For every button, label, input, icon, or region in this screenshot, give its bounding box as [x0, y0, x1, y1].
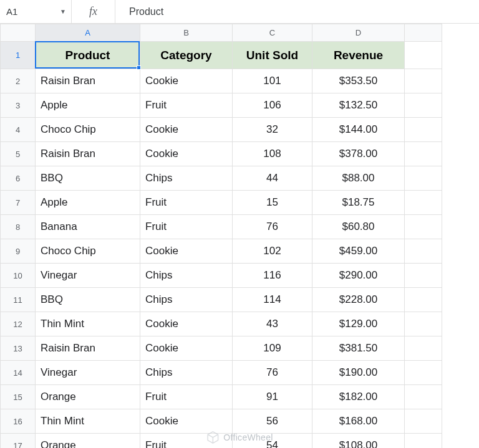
cell[interactable]: $190.00 — [312, 361, 405, 385]
cell[interactable]: 101 — [233, 69, 312, 93]
row-header[interactable]: 4 — [1, 118, 36, 142]
cell[interactable]: $353.50 — [312, 69, 405, 93]
row-header[interactable]: 15 — [1, 385, 36, 409]
cell[interactable] — [405, 336, 442, 361]
row-header[interactable]: 8 — [1, 215, 36, 239]
cell[interactable]: $228.00 — [312, 288, 405, 312]
cell[interactable] — [405, 166, 442, 191]
cell[interactable]: Raisin Bran — [36, 142, 140, 166]
cell[interactable]: Chips — [140, 288, 233, 312]
cell[interactable]: $378.00 — [312, 142, 405, 166]
cell[interactable]: Fruit — [140, 215, 233, 239]
row-header[interactable]: 14 — [1, 361, 36, 385]
cell[interactable]: $108.00 — [312, 434, 405, 449]
cell-d1[interactable]: Revenue — [312, 42, 405, 69]
column-header-a[interactable]: A — [36, 24, 140, 42]
row-header[interactable]: 3 — [1, 93, 36, 118]
cell[interactable] — [405, 434, 442, 449]
cell[interactable]: Raisin Bran — [36, 69, 140, 93]
row-header[interactable]: 17 — [1, 434, 36, 449]
cell[interactable]: 76 — [233, 215, 312, 239]
cell[interactable]: $132.50 — [312, 93, 405, 118]
cell[interactable]: 114 — [233, 288, 312, 312]
cell[interactable]: Cookie — [140, 69, 233, 93]
cell[interactable]: 43 — [233, 312, 312, 336]
cell[interactable] — [405, 93, 442, 118]
cell[interactable] — [405, 288, 442, 312]
cell[interactable]: $459.00 — [312, 239, 405, 264]
cell[interactable]: Chips — [140, 361, 233, 385]
cell[interactable] — [405, 312, 442, 336]
cell[interactable]: $168.00 — [312, 409, 405, 434]
cell[interactable]: $129.00 — [312, 312, 405, 336]
cell[interactable]: Raisin Bran — [36, 336, 140, 361]
cell[interactable]: Fruit — [140, 434, 233, 449]
cell[interactable] — [405, 142, 442, 166]
row-header[interactable]: 7 — [1, 191, 36, 215]
row-header[interactable]: 12 — [1, 312, 36, 336]
cell[interactable]: $381.50 — [312, 336, 405, 361]
cell[interactable]: 15 — [233, 191, 312, 215]
row-header[interactable]: 11 — [1, 288, 36, 312]
cell[interactable]: BBQ — [36, 166, 140, 191]
cell[interactable] — [405, 215, 442, 239]
row-header[interactable]: 9 — [1, 239, 36, 264]
column-header-d[interactable]: D — [312, 24, 405, 42]
cell[interactable]: Chips — [140, 166, 233, 191]
cell[interactable]: Choco Chip — [36, 118, 140, 142]
cell[interactable]: Banana — [36, 215, 140, 239]
row-header[interactable]: 16 — [1, 409, 36, 434]
cell[interactable]: Orange — [36, 434, 140, 449]
cell[interactable] — [405, 42, 442, 69]
cell[interactable]: Choco Chip — [36, 239, 140, 264]
cell-c1[interactable]: Unit Sold — [233, 42, 312, 69]
cell[interactable]: Cookie — [140, 336, 233, 361]
cell[interactable] — [405, 239, 442, 264]
cell[interactable]: BBQ — [36, 288, 140, 312]
cell[interactable]: 108 — [233, 142, 312, 166]
cell[interactable]: Cookie — [140, 312, 233, 336]
cell[interactable]: 76 — [233, 361, 312, 385]
cell[interactable]: 44 — [233, 166, 312, 191]
cell[interactable]: Fruit — [140, 93, 233, 118]
cell[interactable]: Orange — [36, 385, 140, 409]
column-header-e[interactable] — [405, 24, 442, 42]
cell-b1[interactable]: Category — [140, 42, 233, 69]
formula-bar-input[interactable]: Product — [115, 6, 479, 17]
cell[interactable] — [405, 118, 442, 142]
row-header[interactable]: 5 — [1, 142, 36, 166]
cell[interactable]: $290.00 — [312, 264, 405, 288]
cell[interactable]: $144.00 — [312, 118, 405, 142]
cell[interactable]: 54 — [233, 434, 312, 449]
cell-a1[interactable]: Product — [36, 42, 140, 69]
cell[interactable]: $88.00 — [312, 166, 405, 191]
row-header[interactable]: 2 — [1, 69, 36, 93]
cell[interactable]: Thin Mint — [36, 409, 140, 434]
cell[interactable] — [405, 361, 442, 385]
cell[interactable] — [405, 385, 442, 409]
cell[interactable]: 106 — [233, 93, 312, 118]
select-all-corner[interactable] — [1, 24, 36, 42]
cell[interactable]: $182.00 — [312, 385, 405, 409]
cell[interactable]: Fruit — [140, 191, 233, 215]
cell[interactable]: Cookie — [140, 118, 233, 142]
cell[interactable]: Fruit — [140, 385, 233, 409]
fx-icon[interactable]: fx — [72, 0, 115, 23]
cell[interactable]: Apple — [36, 93, 140, 118]
row-header[interactable]: 1 — [1, 42, 36, 69]
cell[interactable]: $60.80 — [312, 215, 405, 239]
name-box[interactable]: A1 ▼ — [0, 0, 72, 23]
cell[interactable]: 91 — [233, 385, 312, 409]
chevron-down-icon[interactable]: ▼ — [60, 8, 66, 15]
column-header-b[interactable]: B — [140, 24, 233, 42]
cell[interactable]: Vinegar — [36, 264, 140, 288]
row-header[interactable]: 13 — [1, 336, 36, 361]
cell[interactable]: Cookie — [140, 142, 233, 166]
cell[interactable]: Cookie — [140, 409, 233, 434]
cell[interactable]: 32 — [233, 118, 312, 142]
column-header-c[interactable]: C — [233, 24, 312, 42]
row-header[interactable]: 10 — [1, 264, 36, 288]
cell[interactable]: 109 — [233, 336, 312, 361]
cell[interactable]: 56 — [233, 409, 312, 434]
cell[interactable]: 116 — [233, 264, 312, 288]
